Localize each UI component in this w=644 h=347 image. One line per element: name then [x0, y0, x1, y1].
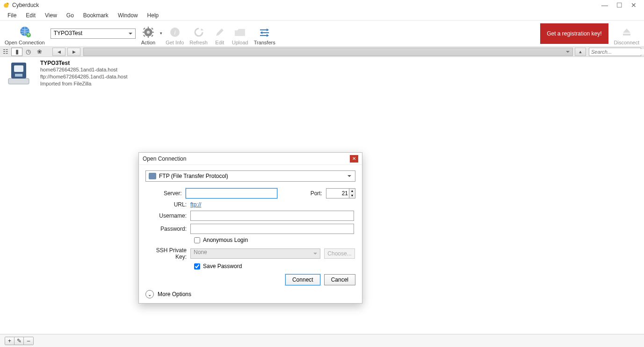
- action-button[interactable]: Action: [138, 22, 159, 45]
- pencil-icon: [213, 26, 226, 39]
- bonjour-view-icon[interactable]: ❀: [34, 48, 45, 56]
- username-input[interactable]: [190, 211, 354, 221]
- nav-back-button[interactable]: ◀: [52, 48, 65, 56]
- up-button[interactable]: ▲: [575, 48, 586, 56]
- anonymous-label: Anonymous Login: [203, 237, 248, 243]
- chevron-down-icon[interactable]: ▼: [159, 31, 163, 35]
- history-view-icon[interactable]: ◷: [22, 48, 34, 56]
- server-label: Server:: [145, 190, 186, 197]
- svg-point-1: [6, 2, 9, 5]
- svg-rect-9: [148, 35, 149, 37]
- bookmark-view-icon[interactable]: ▮: [11, 48, 22, 56]
- svg-rect-8: [148, 27, 149, 28]
- svg-point-2: [7, 3, 8, 4]
- edit-bookmark-button[interactable]: ✎: [14, 337, 24, 345]
- refresh-button[interactable]: Refresh: [187, 22, 210, 45]
- upload-button[interactable]: Upload: [229, 22, 251, 45]
- globe-icon: +: [18, 26, 31, 39]
- svg-text:+: +: [27, 31, 30, 38]
- svg-rect-15: [151, 28, 153, 30]
- cancel-button[interactable]: Cancel: [324, 274, 355, 285]
- svg-rect-21: [623, 34, 630, 35]
- maximize-button[interactable]: ☐: [616, 2, 622, 8]
- url-link[interactable]: ftp://: [190, 201, 201, 208]
- password-label: Password:: [145, 226, 190, 232]
- outline-view-icon[interactable]: ☷: [0, 48, 11, 56]
- eject-icon: [620, 26, 633, 39]
- ftp-icon: [149, 173, 156, 179]
- status-bar: + ✎ –: [0, 334, 644, 347]
- transfers-icon: [258, 26, 271, 39]
- window-title: Cyberduck: [12, 2, 601, 8]
- menu-edit[interactable]: Edit: [21, 11, 40, 20]
- dialog-close-button[interactable]: ✕: [350, 155, 358, 163]
- menu-file[interactable]: File: [3, 11, 21, 20]
- view-toolbar: ☷ ▮ ◷ ❀ ◀ ▶ ▲ 🔍: [0, 47, 644, 57]
- drive-icon: [5, 60, 33, 86]
- connect-button[interactable]: Connect: [285, 274, 320, 285]
- content-area: TYPO3Test home672664285.1and1-data.host …: [0, 57, 644, 334]
- svg-rect-11: [152, 31, 153, 32]
- save-password-checkbox[interactable]: [194, 263, 200, 269]
- bookmark-dropdown[interactable]: TYPO3Test: [51, 28, 136, 39]
- toolbar: + Open Connection TYPO3Test Action ▼ i G…: [0, 21, 644, 47]
- registration-banner[interactable]: Get a registration key!: [540, 23, 608, 44]
- svg-rect-10: [143, 31, 145, 32]
- path-dropdown[interactable]: [83, 48, 573, 56]
- get-info-button[interactable]: i Get Info: [163, 22, 187, 45]
- server-input[interactable]: [186, 188, 278, 198]
- username-label: Username:: [145, 212, 190, 219]
- edit-button[interactable]: Edit: [210, 22, 229, 45]
- menu-view[interactable]: View: [40, 11, 62, 20]
- svg-point-7: [147, 30, 150, 34]
- port-spinner[interactable]: ▲▼: [349, 188, 355, 198]
- gear-icon: [142, 26, 155, 39]
- svg-rect-12: [143, 28, 145, 30]
- svg-rect-25: [15, 74, 22, 77]
- choose-button: Choose...: [324, 248, 355, 259]
- port-label: Port:: [286, 190, 326, 197]
- close-button[interactable]: ✕: [631, 2, 637, 8]
- menu-go[interactable]: Go: [62, 11, 79, 20]
- svg-rect-20: [260, 35, 267, 36]
- password-input[interactable]: [190, 224, 354, 234]
- bookmark-url: ftp://home672664285.1and1-data.host: [40, 73, 128, 80]
- nav-forward-button[interactable]: ▶: [67, 48, 80, 56]
- add-bookmark-button[interactable]: +: [5, 337, 14, 345]
- bookmark-row[interactable]: TYPO3Test home672664285.1and1-data.host …: [0, 57, 644, 90]
- menu-bookmark[interactable]: Bookmark: [79, 11, 113, 20]
- save-password-label: Save Password: [203, 263, 242, 269]
- info-icon: i: [168, 26, 181, 39]
- svg-rect-14: [143, 35, 145, 37]
- anonymous-checkbox[interactable]: [194, 237, 200, 243]
- menu-window[interactable]: Window: [113, 11, 143, 20]
- svg-rect-22: [8, 78, 29, 84]
- more-options-toggle[interactable]: ⌄ More Options: [145, 290, 355, 298]
- url-label: URL:: [145, 201, 190, 208]
- svg-rect-24: [14, 65, 23, 72]
- bookmark-imported: Imported from FileZilla: [40, 80, 128, 87]
- refresh-icon: [192, 26, 205, 39]
- svg-rect-19: [262, 32, 269, 33]
- open-connection-dialog: Open Connection ✕ FTP (File Transfer Pro…: [138, 152, 362, 304]
- svg-rect-18: [260, 29, 267, 30]
- menu-bar: File Edit View Go Bookmark Window Help: [0, 10, 644, 21]
- dialog-title: Open Connection: [143, 156, 350, 162]
- protocol-dropdown[interactable]: FTP (File Transfer Protocol): [145, 170, 355, 182]
- menu-help[interactable]: Help: [143, 11, 164, 20]
- remove-bookmark-button[interactable]: –: [24, 337, 33, 345]
- title-bar: Cyberduck — ☐ ✕: [0, 0, 644, 10]
- port-input[interactable]: [326, 188, 349, 198]
- chevron-down-icon: ⌄: [145, 290, 154, 298]
- svg-rect-13: [151, 35, 153, 37]
- transfers-button[interactable]: Transfers: [251, 22, 278, 45]
- minimize-button[interactable]: —: [601, 2, 608, 8]
- bookmark-host: home672664285.1and1-data.host: [40, 66, 128, 73]
- bookmark-title: TYPO3Test: [40, 60, 128, 66]
- sshkey-label: SSH Private Key:: [145, 247, 190, 260]
- search-field[interactable]: 🔍: [589, 48, 641, 56]
- search-input[interactable]: [591, 49, 644, 55]
- app-icon: [3, 2, 9, 8]
- disconnect-button[interactable]: Disconnect: [611, 22, 642, 45]
- open-connection-button[interactable]: + Open Connection: [2, 22, 48, 45]
